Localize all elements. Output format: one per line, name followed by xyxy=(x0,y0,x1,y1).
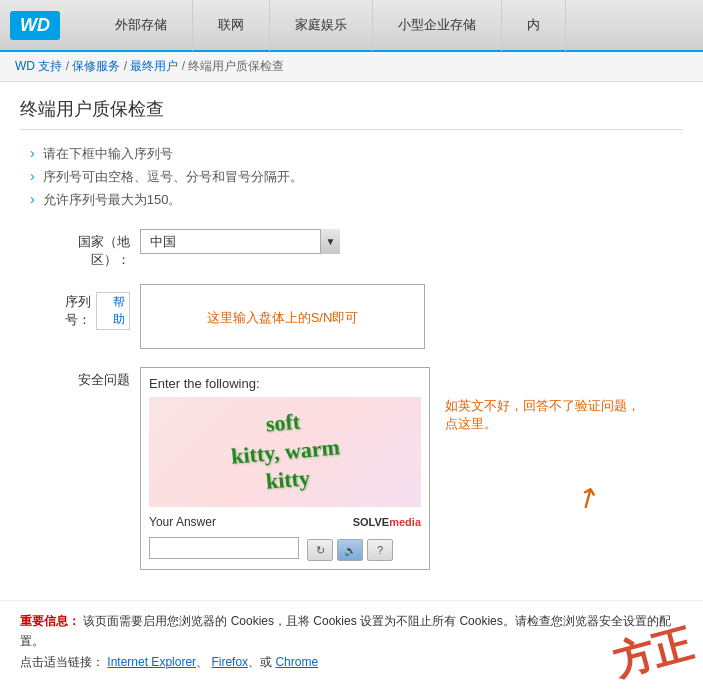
solve-media-logo: SOLVEmedia xyxy=(353,516,421,528)
serial-control: 这里输入盘体上的S/N即可 xyxy=(140,284,683,352)
nav-item-small-business[interactable]: 小型企业存储 xyxy=(373,0,502,51)
page-content: 终端用户质保检查 › 请在下框中输入序列号 › 序列号可由空格、逗号、分号和冒号… xyxy=(0,82,703,600)
captcha-audio-button[interactable]: 🔊 xyxy=(337,539,363,561)
captcha-image: softkitty, warmkitty xyxy=(149,397,421,507)
annotation-text: 如英文不好，回答不了验证问题，点这里。 xyxy=(445,397,640,433)
captcha-answer-input[interactable] xyxy=(149,537,299,559)
country-select-wrap: 中国 ▼ xyxy=(140,229,340,254)
annotation-arrow-icon: ↙ xyxy=(570,478,606,518)
chrome-link[interactable]: Chrome xyxy=(275,655,318,669)
breadcrumb-wd-support[interactable]: WD 支持 xyxy=(15,59,62,73)
serial-textarea-wrap: 这里输入盘体上的S/N即可 xyxy=(140,284,425,352)
captcha-box: Enter the following: softkitty, warmkitt… xyxy=(140,367,430,570)
country-label: 国家（地区）： xyxy=(40,229,140,269)
bullet-icon-2: › xyxy=(30,168,35,184)
submit-row: 继续 xyxy=(0,682,703,689)
captcha-section: 安全问题 Enter the following: softkitty, war… xyxy=(20,367,683,570)
nav-item-more[interactable]: 内 xyxy=(502,0,566,51)
instruction-2: › 序列号可由空格、逗号、分号和冒号分隔开。 xyxy=(30,168,683,186)
captcha-input-row: ↻ 🔊 ? xyxy=(149,535,421,561)
nav-item-external-storage[interactable]: 外部存储 xyxy=(90,0,193,51)
important-info: 重要信息： 该页面需要启用您浏览器的 Cookies，且将 Cookies 设置… xyxy=(0,600,703,682)
instruction-1: › 请在下框中输入序列号 xyxy=(30,145,683,163)
breadcrumb-current: 终端用户质保检查 xyxy=(188,59,284,73)
captcha-refresh-button[interactable]: ↻ xyxy=(307,539,333,561)
instructions: › 请在下框中输入序列号 › 序列号可由空格、逗号、分号和冒号分隔开。 › 允许… xyxy=(20,145,683,209)
top-navigation: WD 外部存储 联网 家庭娱乐 小型企业存储 内 xyxy=(0,0,703,52)
answer-label: Your Answer xyxy=(149,515,216,529)
breadcrumb-warranty[interactable]: 保修服务 xyxy=(72,59,120,73)
captcha-prompt: Enter the following: xyxy=(149,376,421,391)
important-title: 重要信息： xyxy=(20,614,80,628)
captcha-answer-row: Your Answer SOLVEmedia xyxy=(149,515,421,529)
form-section: 国家（地区）： 中国 ▼ 序列号： 帮助 xyxy=(20,229,683,352)
firefox-link[interactable]: Firefox xyxy=(211,655,248,669)
serial-label-text: 序列号： xyxy=(40,293,91,329)
serial-row: 序列号： 帮助 这里输入盘体上的S/N即可 xyxy=(40,284,683,352)
breadcrumb: WD 支持 / 保修服务 / 最终用户 / 终端用户质保检查 xyxy=(0,52,703,82)
bullet-icon-3: › xyxy=(30,191,35,207)
country-control: 中国 ▼ xyxy=(140,229,683,254)
captcha-label: 安全问题 xyxy=(40,367,140,389)
ie-link[interactable]: Internet Explorer xyxy=(107,655,196,669)
nav-item-home-entertainment[interactable]: 家庭娱乐 xyxy=(270,0,373,51)
nav-item-networking[interactable]: 联网 xyxy=(193,0,270,51)
important-text: 重要信息： 该页面需要启用您浏览器的 Cookies，且将 Cookies 设置… xyxy=(20,611,683,672)
captcha-controls: ↻ 🔊 ? xyxy=(307,539,393,561)
captcha-annotation-wrap: Enter the following: softkitty, warmkitt… xyxy=(140,367,430,570)
wd-logo: WD xyxy=(10,11,60,40)
nav-items: 外部存储 联网 家庭娱乐 小型企业存储 内 xyxy=(90,0,693,51)
help-link[interactable]: 帮助 xyxy=(96,292,130,330)
serial-textarea[interactable] xyxy=(140,284,425,349)
serial-label-container: 序列号： 帮助 xyxy=(40,284,140,330)
breadcrumb-end-user[interactable]: 最终用户 xyxy=(130,59,178,73)
country-row: 国家（地区）： 中国 ▼ xyxy=(40,229,683,269)
page-title: 终端用户质保检查 xyxy=(20,97,683,130)
bullet-icon-1: › xyxy=(30,145,35,161)
instruction-3: › 允许序列号最大为150。 xyxy=(30,191,683,209)
captcha-text: softkitty, warmkitty xyxy=(227,405,343,500)
country-select[interactable]: 中国 xyxy=(140,229,340,254)
captcha-help-button[interactable]: ? xyxy=(367,539,393,561)
